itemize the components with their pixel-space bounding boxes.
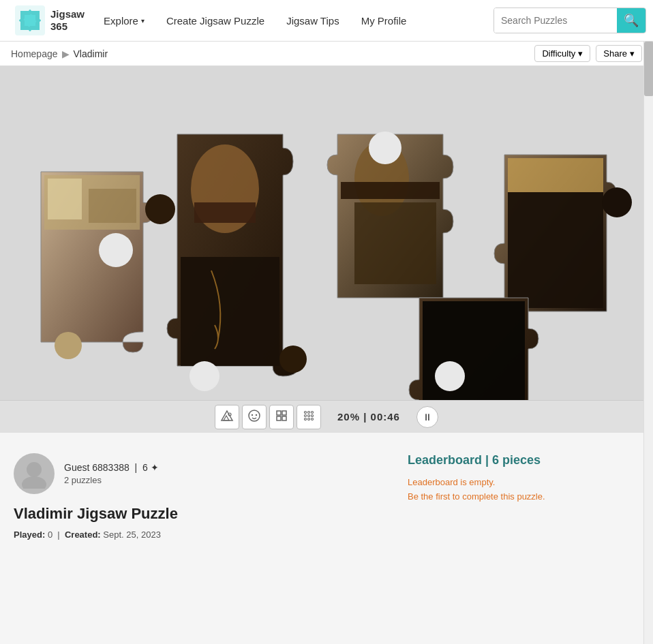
breadcrumb-current: Vladimir [74, 48, 108, 59]
leaderboard-empty: Leaderboard is empty. Be the first to co… [408, 476, 639, 504]
leaderboard-title: Leaderboard | 6 pieces [408, 453, 639, 467]
mountain-icon [220, 409, 234, 425]
share-button[interactable]: Share ▾ [596, 45, 642, 62]
breadcrumb-home[interactable]: Homepage [11, 48, 58, 59]
face-view-button[interactable] [242, 405, 267, 429]
mountain-view-button[interactable] [215, 405, 239, 429]
svg-point-34 [312, 411, 314, 413]
explore-nav[interactable]: Explore ▾ [93, 0, 155, 42]
puzzle-piece-icon: ✦ [151, 462, 159, 473]
search-icon: 🔍 [624, 13, 639, 28]
svg-rect-31 [282, 416, 286, 420]
svg-point-12 [145, 194, 175, 224]
svg-rect-28 [277, 411, 281, 415]
puzzle-meta: Played: 0 | Created: Sept. 25, 2023 [14, 530, 380, 540]
breadcrumb-actions: Difficulty ▾ Share ▾ [534, 45, 642, 62]
search-button[interactable]: 🔍 [617, 7, 646, 33]
svg-point-16 [369, 132, 401, 164]
logo-text: Jigsaw 365 [50, 8, 85, 33]
logo-link[interactable]: Jigsaw 365 [7, 5, 93, 35]
svg-point-6 [99, 233, 133, 267]
info-left: Guest 6883388 | 6 ✦ 2 puzzles Vladimir J… [14, 453, 380, 540]
puzzle-canvas [0, 66, 653, 400]
avatar-icon [20, 459, 48, 489]
explore-chevron-icon: ▾ [141, 17, 145, 25]
grid-view-button[interactable] [269, 405, 294, 429]
navbar: Jigsaw 365 Explore ▾ Create Jigsaw Puzzl… [0, 0, 653, 42]
svg-point-41 [27, 462, 42, 477]
face-icon [247, 409, 261, 425]
svg-rect-30 [277, 416, 281, 420]
scrollbar-track[interactable] [643, 42, 653, 644]
svg-point-5 [55, 332, 82, 359]
svg-point-38 [305, 418, 307, 420]
svg-rect-8 [194, 202, 256, 223]
svg-rect-17 [508, 158, 603, 192]
avatar [14, 453, 55, 494]
puzzle-title: Vladimir Jigsaw Puzzle [14, 505, 380, 523]
svg-point-40 [312, 418, 314, 420]
svg-point-39 [308, 418, 310, 420]
info-section: Guest 6883388 | 6 ✦ 2 puzzles Vladimir J… [0, 433, 653, 553]
puzzle-area[interactable] [0, 66, 653, 400]
difficulty-button[interactable]: Difficulty ▾ [534, 45, 590, 62]
pause-icon: ⏸ [423, 412, 432, 423]
svg-rect-18 [508, 192, 603, 308]
pause-button[interactable]: ⏸ [416, 406, 438, 428]
svg-point-32 [305, 411, 307, 413]
progress-display: 20% | 00:46 [337, 411, 400, 423]
logo-icon [15, 5, 45, 35]
dots-icon [302, 409, 316, 425]
dots-view-button[interactable] [297, 405, 321, 429]
search-bar: 🔍 [493, 7, 646, 33]
svg-rect-29 [282, 411, 286, 415]
svg-point-10 [189, 361, 219, 391]
svg-point-37 [312, 414, 314, 416]
svg-point-19 [602, 187, 632, 217]
svg-point-25 [249, 410, 260, 421]
grid-icon [275, 409, 288, 425]
info-right: Leaderboard | 6 pieces Leaderboard is em… [408, 453, 639, 540]
svg-rect-4 [89, 189, 136, 223]
profile-nav[interactable]: My Profile [350, 0, 418, 42]
svg-rect-14 [341, 182, 440, 199]
svg-point-33 [308, 411, 310, 413]
svg-point-36 [308, 414, 310, 416]
breadcrumb-separator: ▶ [62, 48, 70, 59]
user-puzzles: 2 puzzles [64, 475, 159, 485]
tips-nav[interactable]: Jigsaw Tips [275, 0, 350, 42]
svg-point-27 [256, 414, 257, 415]
svg-point-42 [22, 476, 46, 489]
user-info: Guest 6883388 | 6 ✦ 2 puzzles [64, 462, 159, 485]
user-name: Guest 6883388 | 6 ✦ [64, 462, 159, 473]
svg-point-35 [305, 414, 307, 416]
svg-rect-15 [354, 202, 436, 284]
svg-point-11 [279, 346, 307, 373]
svg-rect-9 [181, 257, 279, 366]
controls-bar: 20% | 00:46 ⏸ [0, 400, 653, 433]
share-chevron-icon: ▾ [630, 48, 635, 59]
breadcrumb-bar: Homepage ▶ Vladimir Difficulty ▾ Share ▾ [0, 42, 653, 66]
scrollbar-thumb[interactable] [644, 42, 653, 96]
svg-point-26 [252, 414, 253, 415]
search-input[interactable] [494, 8, 617, 33]
svg-point-21 [435, 361, 465, 391]
svg-rect-3 [48, 179, 82, 219]
user-row: Guest 6883388 | 6 ✦ 2 puzzles [14, 453, 380, 494]
create-nav[interactable]: Create Jigsaw Puzzle [155, 0, 275, 42]
difficulty-chevron-icon: ▾ [578, 48, 583, 59]
